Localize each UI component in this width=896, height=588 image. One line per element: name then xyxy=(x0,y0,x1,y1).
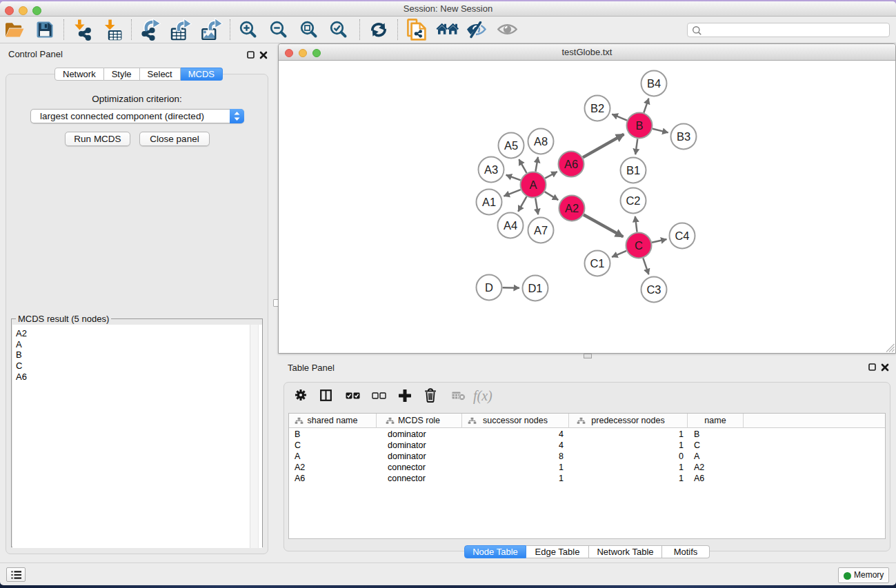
svg-text:C4: C4 xyxy=(675,230,689,242)
svg-text:B2: B2 xyxy=(590,102,604,114)
svg-text:C2: C2 xyxy=(626,194,640,207)
svg-text:D: D xyxy=(485,281,493,294)
svg-text:A6: A6 xyxy=(564,158,578,170)
svg-text:B4: B4 xyxy=(647,77,661,90)
svg-text:C: C xyxy=(635,239,643,252)
svg-text:A4: A4 xyxy=(504,219,517,232)
svg-text:B1: B1 xyxy=(626,164,640,176)
svg-text:A3: A3 xyxy=(484,163,498,176)
svg-text:A: A xyxy=(529,179,537,191)
svg-text:C3: C3 xyxy=(646,283,661,296)
svg-text:B3: B3 xyxy=(677,130,690,143)
svg-text:A7: A7 xyxy=(534,224,548,236)
svg-text:D1: D1 xyxy=(528,282,542,294)
svg-text:A2: A2 xyxy=(565,202,579,214)
svg-text:A5: A5 xyxy=(504,139,518,152)
svg-text:B: B xyxy=(635,119,643,132)
svg-text:C1: C1 xyxy=(590,257,604,270)
svg-text:A8: A8 xyxy=(534,135,548,148)
svg-text:A1: A1 xyxy=(482,196,496,208)
